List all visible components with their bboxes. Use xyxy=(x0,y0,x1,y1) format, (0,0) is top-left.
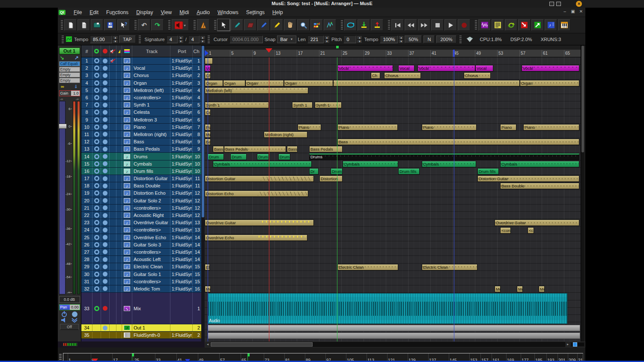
record-arm-toggle[interactable] xyxy=(101,234,110,241)
loop-button[interactable] xyxy=(344,19,357,31)
track-type-icon[interactable]: ♪ xyxy=(122,80,132,86)
monitor-toggle[interactable] xyxy=(92,197,101,204)
part-clip[interactable]: Drum xyxy=(278,154,290,160)
record-button[interactable] xyxy=(458,19,470,31)
track-row-7[interactable]: 7♪Synth 11:FluidSyr5 xyxy=(81,101,201,109)
part-clip[interactable]: Vocal xyxy=(337,65,393,71)
part-clip[interactable]: <c xyxy=(528,227,534,234)
track-name[interactable]: Vocal xyxy=(132,65,170,71)
marker-button[interactable] xyxy=(271,19,283,31)
strip-track-name-button[interactable]: Out 1 xyxy=(59,47,80,54)
toolbar-drag-handle[interactable] xyxy=(134,20,137,30)
track-type-icon[interactable]: ♪ xyxy=(122,278,132,285)
track-port[interactable]: 1:FluidSyr xyxy=(170,278,193,285)
record-arm-toggle[interactable] xyxy=(101,226,110,233)
track-port[interactable]: 1:FluidSyr xyxy=(170,94,193,101)
playhead-marker-icon[interactable] xyxy=(265,48,272,53)
track-name[interactable]: Mellotron 3 xyxy=(132,116,170,123)
mute-toggle[interactable] xyxy=(110,168,116,175)
tap-button[interactable]: TAP xyxy=(119,36,136,43)
zoom-thumb[interactable] xyxy=(573,342,577,347)
track-type-icon[interactable]: ♪ xyxy=(122,263,132,270)
monitor-toggle[interactable] xyxy=(92,278,101,285)
track-name[interactable]: Melodic Tom xyxy=(132,285,170,292)
track-port[interactable]: 1:FluidSyr xyxy=(170,263,193,270)
mute-toggle[interactable] xyxy=(110,190,116,196)
track-channel[interactable]: 2 xyxy=(193,332,201,338)
part-clip[interactable]: El xyxy=(205,264,210,270)
track-type-icon[interactable]: ♪ xyxy=(122,182,132,189)
overview-marker-flag-icon[interactable] xyxy=(132,353,134,356)
track-port[interactable]: 1:FluidSyr xyxy=(170,65,193,71)
track-row-10[interactable]: 10♪Piano1:FluidSyr7 xyxy=(81,124,201,131)
track-type-icon[interactable]: ↗ xyxy=(122,324,132,331)
track-channel[interactable]: 16 xyxy=(193,285,201,292)
mute-toggle[interactable] xyxy=(110,219,116,226)
track-type-icon[interactable]: ♪ xyxy=(122,116,132,123)
part-clip[interactable]: Mellotron (right) xyxy=(264,131,307,138)
monitor-toggle[interactable] xyxy=(92,153,101,160)
timeline-ruler[interactable]: 1591317212529333741454953576165 xyxy=(205,45,581,57)
goto-start-button[interactable] xyxy=(391,19,404,31)
mute-toggle[interactable] xyxy=(110,65,116,71)
track-row-30[interactable]: 30♪Guitar Solo 11:FluidSyr15 xyxy=(81,270,201,278)
track-type-icon[interactable]: ♪ xyxy=(122,94,132,101)
mute-toggle[interactable] xyxy=(110,72,116,79)
track-row-25[interactable]: 25♪Overdrive Echo1:FluidSyr14 xyxy=(81,234,201,241)
part-clip[interactable]: Synth 1 xyxy=(292,102,313,108)
track-port[interactable]: 1:FluidSyr xyxy=(170,256,193,263)
track-port[interactable]: 1:FluidSyr xyxy=(170,270,193,277)
record-arm-toggle[interactable] xyxy=(101,160,110,167)
hand-button[interactable] xyxy=(284,19,296,31)
part-clip[interactable]: Piano xyxy=(500,124,516,131)
solo-toggle[interactable] xyxy=(116,182,122,189)
solo-toggle[interactable] xyxy=(116,249,122,255)
record-arm-toggle[interactable] xyxy=(101,124,110,131)
pitch-spinner[interactable]: ▲▼ xyxy=(357,36,362,43)
track-type-icon[interactable]: ♪ xyxy=(122,87,132,94)
track-name[interactable]: Bass Pedals xyxy=(132,145,170,152)
part-clip[interactable] xyxy=(333,80,520,86)
mute-toggle[interactable] xyxy=(110,109,116,116)
save-button[interactable] xyxy=(104,19,116,31)
tempo-scale-input[interactable]: 100% xyxy=(380,36,398,43)
monitor-toggle[interactable] xyxy=(92,293,101,324)
track-channel[interactable]: 6 xyxy=(193,116,201,123)
mute-toggle[interactable] xyxy=(110,263,116,270)
track-row-5[interactable]: 5♪Mellotron (left)1:FluidSyr4 xyxy=(81,87,201,94)
mute-toggle[interactable] xyxy=(110,293,116,324)
header-record-icon[interactable] xyxy=(101,45,110,57)
part-clip[interactable]: Drum xyxy=(257,154,269,160)
track-port[interactable]: 1:FluidSyr xyxy=(170,80,193,86)
mute-toggle[interactable] xyxy=(110,131,116,138)
track-row-15[interactable]: 15♪Cymbals1:FluidSyr10 xyxy=(81,160,201,168)
track-name[interactable]: Cymbals xyxy=(132,160,170,167)
mute-toggle[interactable] xyxy=(110,145,116,152)
track-type-icon[interactable]: ♪ xyxy=(122,153,132,160)
solo-toggle[interactable] xyxy=(116,124,122,131)
track-channel[interactable]: 9 xyxy=(193,138,201,145)
part-clip[interactable]: Overdrive Echo xyxy=(205,234,307,241)
track-type-icon[interactable]: ♪ xyxy=(122,131,132,138)
menu-edit[interactable]: Edit xyxy=(86,9,102,16)
track-row-11[interactable]: 11♪Mellotron (right)1:FluidSyr8 xyxy=(81,131,201,138)
track-name[interactable]: Mellotron (left) xyxy=(132,87,170,94)
track-type-icon[interactable] xyxy=(122,332,132,338)
solo-toggle[interactable] xyxy=(116,212,122,219)
track-name[interactable]: Guitar Solo 3 xyxy=(132,241,170,248)
monitor-toggle[interactable] xyxy=(92,80,101,86)
mute-toggle[interactable] xyxy=(110,278,116,285)
track-port[interactable]: 1:FluidSyr xyxy=(170,101,193,108)
track-port[interactable]: 1:FluidSyr xyxy=(170,197,193,204)
part-clip[interactable]: Audio xyxy=(208,293,567,324)
part-clip[interactable]: Cymbals xyxy=(500,161,579,167)
part-clip[interactable]: Drum xyxy=(208,154,224,160)
toolbar-drag-handle[interactable] xyxy=(214,20,216,30)
track-name[interactable]: <controllers> xyxy=(132,249,170,255)
menu-settings[interactable]: Settings xyxy=(242,9,268,16)
part-clip[interactable]: Bass xyxy=(337,139,579,145)
toolbar-drag-handle[interactable] xyxy=(194,20,196,30)
toolbar-drag-handle[interactable] xyxy=(208,36,210,43)
track-channel[interactable]: 4 xyxy=(193,87,201,94)
signature-numerator-spinner[interactable]: ▲▼ xyxy=(178,36,184,43)
